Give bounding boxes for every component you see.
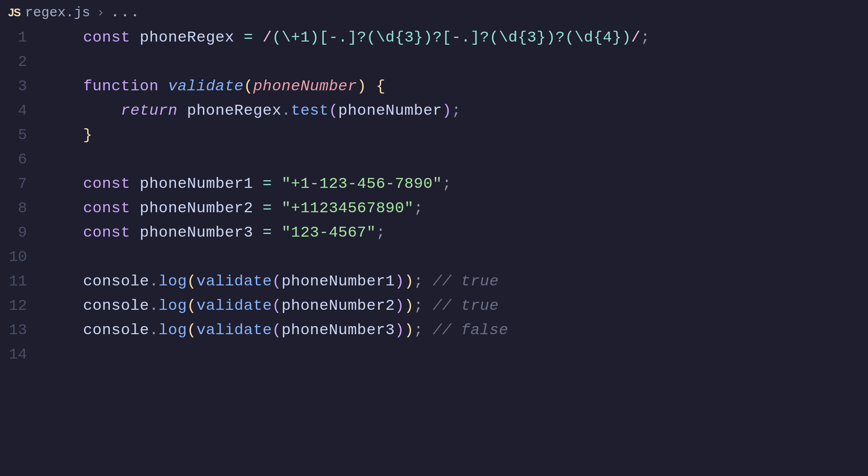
- code-text[interactable]: }: [45, 123, 93, 147]
- code-text[interactable]: const phoneRegex = /(\+1)[-.]?(\d{3})?[-…: [45, 25, 650, 50]
- line-number: 13: [0, 318, 45, 342]
- code-line[interactable]: 7 const phoneNumber1 = "+1-123-456-7890"…: [0, 172, 868, 196]
- code-line[interactable]: 10: [0, 245, 868, 269]
- code-line[interactable]: 14: [0, 342, 868, 367]
- line-number: 4: [0, 98, 45, 123]
- code-line[interactable]: 4 return phoneRegex.test(phoneNumber);: [0, 98, 868, 123]
- line-number: 6: [0, 147, 45, 172]
- code-text[interactable]: console.log(validate(phoneNumber2)); // …: [45, 294, 499, 318]
- code-line[interactable]: 3 function validate(phoneNumber) {: [0, 74, 868, 98]
- line-number: 9: [0, 220, 45, 245]
- code-text[interactable]: console.log(validate(phoneNumber3)); // …: [45, 318, 508, 342]
- breadcrumb-file[interactable]: regex.js: [25, 5, 90, 20]
- code-line[interactable]: 5 }: [0, 123, 868, 147]
- code-text[interactable]: const phoneNumber3 = "123-4567";: [45, 220, 386, 245]
- code-line[interactable]: 12 console.log(validate(phoneNumber2)); …: [0, 294, 868, 318]
- line-number: 8: [0, 196, 45, 220]
- code-text[interactable]: const phoneNumber1 = "+1-123-456-7890";: [45, 172, 452, 196]
- line-number: 3: [0, 74, 45, 98]
- breadcrumb[interactable]: JS regex.js › ...: [0, 0, 868, 25]
- code-line[interactable]: 2: [0, 50, 868, 74]
- code-text[interactable]: console.log(validate(phoneNumber1)); // …: [45, 269, 499, 294]
- code-line[interactable]: 8 const phoneNumber2 = "+11234567890";: [0, 196, 868, 220]
- code-line[interactable]: 9 const phoneNumber3 = "123-4567";: [0, 220, 868, 245]
- code-text[interactable]: return phoneRegex.test(phoneNumber);: [45, 98, 461, 123]
- line-number: 7: [0, 172, 45, 196]
- code-text[interactable]: function validate(phoneNumber) {: [45, 74, 386, 98]
- line-number: 2: [0, 50, 45, 74]
- code-line[interactable]: 13 console.log(validate(phoneNumber3)); …: [0, 318, 868, 342]
- code-text[interactable]: const phoneNumber2 = "+11234567890";: [45, 196, 423, 220]
- code-line[interactable]: 11 console.log(validate(phoneNumber1)); …: [0, 269, 868, 294]
- code-editor[interactable]: 1 const phoneRegex = /(\+1)[-.]?(\d{3})?…: [0, 25, 868, 367]
- line-number: 12: [0, 294, 45, 318]
- chevron-right-icon: ›: [94, 5, 106, 20]
- code-line[interactable]: 1 const phoneRegex = /(\+1)[-.]?(\d{3})?…: [0, 25, 868, 50]
- line-number: 10: [0, 245, 45, 269]
- line-number: 1: [0, 25, 45, 50]
- js-file-icon: JS: [8, 6, 20, 19]
- breadcrumb-ellipsis[interactable]: ...: [111, 5, 141, 20]
- code-line[interactable]: 6: [0, 147, 868, 172]
- line-number: 5: [0, 123, 45, 147]
- line-number: 14: [0, 342, 45, 367]
- line-number: 11: [0, 269, 45, 294]
